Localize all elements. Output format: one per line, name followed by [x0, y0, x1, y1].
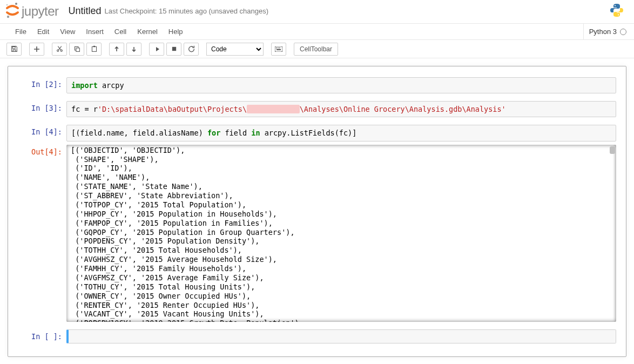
kernel-indicator: Python 3 [583, 24, 626, 39]
restart-button[interactable] [184, 43, 199, 56]
menu-view[interactable]: View [55, 24, 80, 39]
notebook-container: In [2]: import arcpy In [3]: fc = r'D:\s… [8, 66, 626, 357]
move-down-button[interactable] [126, 43, 141, 56]
cell-type-select[interactable]: Code [206, 43, 264, 56]
scrollbar-thumb[interactable] [610, 146, 615, 154]
jupyter-logo-text: jupyter [22, 4, 59, 19]
svg-rect-16 [276, 49, 281, 50]
notebook-area: In [2]: import arcpy In [3]: fc = r'D:\s… [0, 58, 634, 364]
menu-cell[interactable]: Cell [109, 24, 132, 39]
cell-toolbar-button[interactable]: CellToolbar [294, 43, 338, 56]
code-input[interactable]: import arcpy [66, 77, 616, 93]
toolbar: Code CellToolbar [0, 40, 634, 58]
svg-point-2 [6, 4, 8, 5]
command-palette-button[interactable] [271, 43, 286, 56]
code-input[interactable]: [(field.name, field.aliasName) for field… [66, 125, 616, 141]
interrupt-button[interactable] [166, 43, 181, 56]
checkpoint-status: Last Checkpoint: 15 minutes ago (unsaved… [105, 7, 269, 15]
svg-point-3 [615, 5, 616, 6]
code-cell[interactable]: In [2]: import arcpy [18, 77, 616, 93]
svg-point-1 [7, 16, 9, 18]
cut-button[interactable] [52, 43, 67, 56]
input-prompt: In [3]: [18, 101, 66, 117]
svg-rect-9 [92, 46, 96, 51]
menu-file[interactable]: File [10, 24, 32, 39]
svg-rect-8 [76, 48, 79, 52]
output-cell: Out[4]: [('OBJECTID', 'OBJECTID'), ('SHA… [18, 145, 616, 322]
jupyter-logo[interactable]: jupyter [5, 2, 59, 20]
svg-rect-10 [93, 46, 95, 47]
code-input[interactable]: fc = r'D:\spatialData\baOutput\Projects\… [66, 101, 616, 117]
insert-cell-button[interactable] [29, 43, 44, 56]
code-input[interactable] [66, 329, 616, 343]
jupyter-icon [5, 2, 19, 20]
code-cell[interactable]: In [4]: [(field.name, field.aliasName) f… [18, 125, 616, 141]
svg-rect-11 [172, 47, 176, 51]
move-up-button[interactable] [109, 43, 124, 56]
input-prompt: In [2]: [18, 77, 66, 93]
svg-rect-13 [276, 48, 277, 49]
kernel-name: Python 3 [589, 28, 617, 36]
code-cell[interactable]: In [ ]: [18, 329, 616, 343]
run-button[interactable] [149, 43, 164, 56]
output-prompt: Out[4]: [18, 145, 66, 322]
notebook-header: jupyter Untitled Last Checkpoint: 15 min… [0, 0, 634, 24]
svg-rect-15 [279, 48, 280, 49]
menu-kernel[interactable]: Kernel [132, 24, 163, 39]
output-text[interactable]: [('OBJECTID', 'OBJECTID'), ('SHAPE', 'SH… [66, 145, 616, 322]
input-prompt: In [ ]: [18, 329, 66, 343]
svg-point-0 [15, 3, 17, 5]
save-button[interactable] [6, 43, 22, 56]
menu-edit[interactable]: Edit [32, 24, 55, 39]
menubar: File Edit View Insert Cell Kernel Help P… [0, 24, 634, 40]
kernel-status-icon [620, 29, 626, 35]
python-icon [609, 3, 624, 19]
svg-rect-14 [278, 48, 279, 49]
paste-button[interactable] [86, 43, 102, 56]
notebook-title[interactable]: Untitled [69, 5, 102, 17]
menu-help[interactable]: Help [163, 24, 188, 39]
svg-point-4 [618, 14, 619, 15]
code-cell[interactable]: In [3]: fc = r'D:\spatialData\baOutput\P… [18, 101, 616, 117]
input-prompt: In [4]: [18, 125, 66, 141]
menu-insert[interactable]: Insert [80, 24, 109, 39]
copy-button[interactable] [69, 43, 84, 56]
